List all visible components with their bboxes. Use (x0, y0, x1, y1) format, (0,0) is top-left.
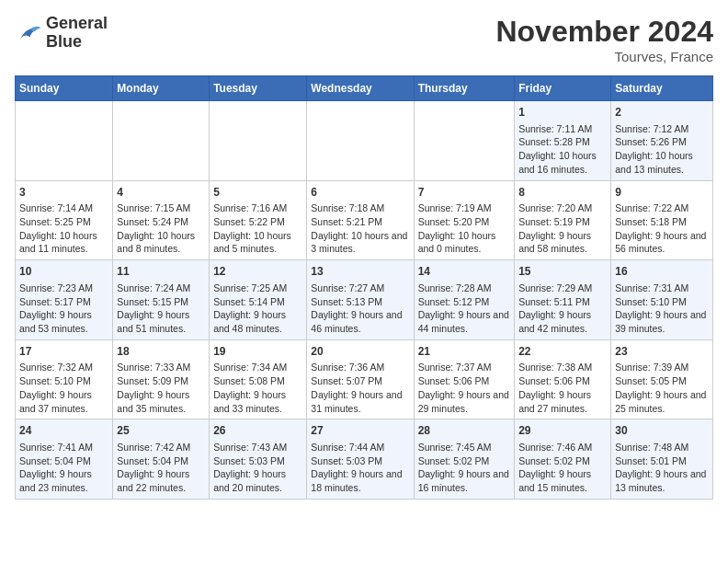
calendar-cell: 30Sunrise: 7:48 AMSunset: 5:01 PMDayligh… (611, 419, 713, 500)
day-info: Sunrise: 7:38 AMSunset: 5:06 PMDaylight:… (518, 361, 607, 415)
week-row-2: 3Sunrise: 7:14 AMSunset: 5:25 PMDaylight… (16, 180, 713, 260)
calendar-cell: 14Sunrise: 7:28 AMSunset: 5:12 PMDayligh… (414, 260, 515, 340)
day-number: 8 (518, 185, 607, 201)
day-info: Sunrise: 7:19 AMSunset: 5:20 PMDaylight:… (418, 201, 511, 256)
calendar-cell: 27Sunrise: 7:44 AMSunset: 5:03 PMDayligh… (307, 419, 414, 500)
day-info: Sunrise: 7:23 AMSunset: 5:17 PMDaylight:… (19, 282, 108, 336)
calendar-cell: 20Sunrise: 7:36 AMSunset: 5:07 PMDayligh… (307, 339, 414, 419)
calendar-cell: 1Sunrise: 7:11 AMSunset: 5:28 PMDaylight… (515, 101, 611, 181)
day-info: Sunrise: 7:16 AMSunset: 5:22 PMDaylight:… (213, 201, 302, 256)
day-info: Sunrise: 7:46 AMSunset: 5:02 PMDaylight:… (518, 441, 607, 495)
day-number: 26 (213, 423, 302, 439)
day-info: Sunrise: 7:42 AMSunset: 5:04 PMDaylight:… (117, 441, 205, 495)
day-number: 19 (213, 344, 302, 360)
day-info: Sunrise: 7:44 AMSunset: 5:03 PMDaylight:… (311, 441, 409, 495)
week-row-3: 10Sunrise: 7:23 AMSunset: 5:17 PMDayligh… (16, 260, 713, 340)
day-number: 23 (615, 344, 709, 360)
calendar-cell: 7Sunrise: 7:19 AMSunset: 5:20 PMDaylight… (414, 180, 515, 260)
day-info: Sunrise: 7:27 AMSunset: 5:13 PMDaylight:… (311, 282, 409, 336)
calendar-cell: 12Sunrise: 7:25 AMSunset: 5:14 PMDayligh… (210, 260, 307, 340)
column-header-saturday: Saturday (611, 76, 713, 101)
day-info: Sunrise: 7:22 AMSunset: 5:18 PMDaylight:… (615, 201, 709, 256)
calendar-cell: 6Sunrise: 7:18 AMSunset: 5:21 PMDaylight… (307, 180, 414, 260)
calendar-cell: 8Sunrise: 7:20 AMSunset: 5:19 PMDaylight… (515, 180, 611, 260)
calendar-cell: 29Sunrise: 7:46 AMSunset: 5:02 PMDayligh… (515, 419, 611, 500)
day-number: 30 (615, 423, 709, 439)
calendar-cell: 22Sunrise: 7:38 AMSunset: 5:06 PMDayligh… (515, 339, 611, 419)
day-info: Sunrise: 7:14 AMSunset: 5:25 PMDaylight:… (19, 201, 108, 256)
day-info: Sunrise: 7:11 AMSunset: 5:28 PMDaylight:… (518, 122, 607, 177)
day-info: Sunrise: 7:45 AMSunset: 5:02 PMDaylight:… (418, 441, 511, 495)
day-info: Sunrise: 7:39 AMSunset: 5:05 PMDaylight:… (615, 361, 709, 415)
day-info: Sunrise: 7:25 AMSunset: 5:14 PMDaylight:… (213, 282, 302, 336)
day-info: Sunrise: 7:41 AMSunset: 5:04 PMDaylight:… (19, 441, 108, 495)
calendar-cell: 4Sunrise: 7:15 AMSunset: 5:24 PMDaylight… (113, 180, 210, 260)
page-header: General Blue November 2024 Tourves, Fran… (15, 15, 713, 64)
day-number: 10 (19, 264, 108, 280)
logo: General Blue (15, 15, 108, 52)
calendar-cell: 25Sunrise: 7:42 AMSunset: 5:04 PMDayligh… (113, 419, 210, 500)
column-header-sunday: Sunday (16, 76, 113, 101)
day-number: 2 (615, 105, 709, 121)
calendar-subtitle: Tourves, France (495, 49, 713, 64)
calendar-cell: 9Sunrise: 7:22 AMSunset: 5:18 PMDaylight… (611, 180, 713, 260)
logo-icon (15, 19, 42, 47)
day-number: 11 (117, 264, 205, 280)
day-number: 13 (311, 264, 409, 280)
day-number: 1 (518, 105, 607, 121)
calendar-cell: 21Sunrise: 7:37 AMSunset: 5:06 PMDayligh… (414, 339, 515, 419)
day-number: 3 (19, 185, 108, 201)
day-number: 12 (213, 264, 302, 280)
day-info: Sunrise: 7:18 AMSunset: 5:21 PMDaylight:… (311, 201, 409, 256)
calendar-cell: 26Sunrise: 7:43 AMSunset: 5:03 PMDayligh… (210, 419, 307, 500)
header-row: SundayMondayTuesdayWednesdayThursdayFrid… (16, 76, 713, 101)
day-number: 4 (117, 185, 205, 201)
day-number: 27 (311, 423, 409, 439)
day-number: 25 (117, 423, 205, 439)
logo-line2: Blue (46, 33, 108, 52)
day-number: 21 (418, 344, 511, 360)
calendar-header: SundayMondayTuesdayWednesdayThursdayFrid… (16, 76, 713, 101)
calendar-cell: 28Sunrise: 7:45 AMSunset: 5:02 PMDayligh… (414, 419, 515, 500)
day-number: 22 (518, 344, 607, 360)
calendar-cell: 18Sunrise: 7:33 AMSunset: 5:09 PMDayligh… (113, 339, 210, 419)
day-info: Sunrise: 7:28 AMSunset: 5:12 PMDaylight:… (418, 282, 511, 336)
day-number: 18 (117, 344, 205, 360)
day-number: 14 (418, 264, 511, 280)
calendar-table: SundayMondayTuesdayWednesdayThursdayFrid… (15, 75, 713, 500)
column-header-thursday: Thursday (414, 76, 515, 101)
column-header-friday: Friday (515, 76, 611, 101)
day-info: Sunrise: 7:34 AMSunset: 5:08 PMDaylight:… (213, 361, 302, 415)
day-info: Sunrise: 7:32 AMSunset: 5:10 PMDaylight:… (19, 361, 108, 415)
calendar-cell: 10Sunrise: 7:23 AMSunset: 5:17 PMDayligh… (16, 260, 113, 340)
column-header-tuesday: Tuesday (210, 76, 307, 101)
day-info: Sunrise: 7:20 AMSunset: 5:19 PMDaylight:… (518, 201, 607, 256)
calendar-cell: 11Sunrise: 7:24 AMSunset: 5:15 PMDayligh… (113, 260, 210, 340)
day-number: 20 (311, 344, 409, 360)
day-info: Sunrise: 7:15 AMSunset: 5:24 PMDaylight:… (117, 201, 205, 256)
column-header-wednesday: Wednesday (307, 76, 414, 101)
day-number: 15 (518, 264, 607, 280)
day-number: 16 (615, 264, 709, 280)
day-info: Sunrise: 7:37 AMSunset: 5:06 PMDaylight:… (418, 361, 511, 415)
calendar-cell (414, 101, 515, 181)
day-number: 24 (19, 423, 108, 439)
title-block: November 2024 Tourves, France (495, 15, 713, 64)
day-number: 5 (213, 185, 302, 201)
calendar-cell: 5Sunrise: 7:16 AMSunset: 5:22 PMDaylight… (210, 180, 307, 260)
calendar-cell: 17Sunrise: 7:32 AMSunset: 5:10 PMDayligh… (16, 339, 113, 419)
calendar-title: November 2024 (495, 15, 713, 49)
day-info: Sunrise: 7:43 AMSunset: 5:03 PMDaylight:… (213, 441, 302, 495)
day-number: 28 (418, 423, 511, 439)
calendar-cell (16, 101, 113, 181)
calendar-cell: 13Sunrise: 7:27 AMSunset: 5:13 PMDayligh… (307, 260, 414, 340)
calendar-cell: 16Sunrise: 7:31 AMSunset: 5:10 PMDayligh… (611, 260, 713, 340)
calendar-cell (307, 101, 414, 181)
logo-line1: General (46, 15, 108, 33)
day-info: Sunrise: 7:31 AMSunset: 5:10 PMDaylight:… (615, 282, 709, 336)
calendar-cell: 24Sunrise: 7:41 AMSunset: 5:04 PMDayligh… (16, 419, 113, 500)
calendar-cell (113, 101, 210, 181)
day-number: 9 (615, 185, 709, 201)
day-number: 7 (418, 185, 511, 201)
day-number: 17 (19, 344, 108, 360)
